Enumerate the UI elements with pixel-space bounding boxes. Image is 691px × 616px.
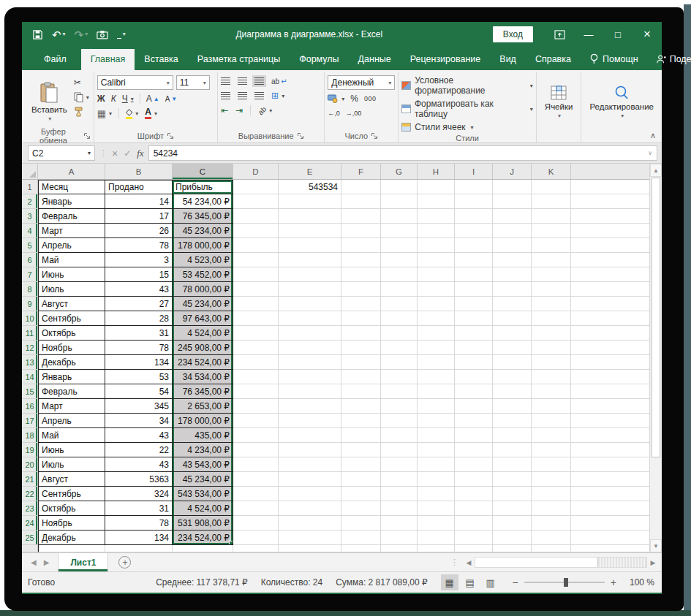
cell-J17[interactable] — [493, 414, 532, 428]
cell-A18[interactable]: Май — [38, 428, 105, 443]
column-header-H[interactable]: H — [418, 164, 455, 179]
cell-A22[interactable]: Сентябрь — [38, 487, 105, 501]
cell-K10[interactable] — [532, 311, 571, 326]
percent-style-button[interactable]: % — [350, 93, 358, 104]
cell-G3[interactable] — [381, 209, 418, 224]
cell-F8[interactable] — [341, 282, 381, 297]
cell-J11[interactable] — [493, 326, 532, 341]
cell-J1[interactable] — [493, 180, 532, 194]
cell-B9[interactable]: 27 — [105, 297, 173, 311]
font-size-combobox[interactable]: 11▾ — [176, 75, 210, 90]
status-average[interactable]: Среднее: 117 378,71 ₽ — [156, 577, 248, 588]
align-left-button[interactable] — [221, 90, 230, 102]
cell-G7[interactable] — [381, 267, 418, 282]
paste-dropdown-icon[interactable]: ▾ — [48, 115, 51, 122]
cell-F12[interactable] — [341, 341, 381, 355]
cell-D11[interactable] — [233, 326, 279, 341]
cell-E16[interactable] — [279, 399, 341, 414]
formula-input[interactable]: 54234∨ — [148, 145, 657, 161]
row-header-23[interactable]: 23 — [22, 501, 38, 516]
cell-K4[interactable] — [532, 224, 571, 238]
cell-J5[interactable] — [493, 238, 532, 253]
merge-dropdown-icon[interactable]: ▾ — [282, 93, 284, 99]
cell-E18[interactable] — [279, 428, 341, 443]
cell-J9[interactable] — [493, 297, 532, 311]
cell-F10[interactable] — [341, 311, 381, 326]
cell-F6[interactable] — [341, 253, 381, 267]
cell-B25[interactable]: 134 — [105, 531, 173, 545]
cell-K3[interactable] — [532, 209, 571, 224]
cell-I2[interactable] — [455, 194, 493, 209]
cell-I22[interactable] — [455, 487, 493, 501]
row-header-7[interactable]: 7 — [22, 267, 38, 282]
cell-G14[interactable] — [381, 370, 418, 384]
format-as-table-dropdown-icon[interactable]: ▾ — [530, 106, 533, 113]
underline-button[interactable]: Ч▾ — [122, 93, 134, 104]
cell-C9[interactable]: 45 234,00 ₽ — [173, 297, 233, 311]
status-sum[interactable]: Сумма: 2 817 089,00 ₽ — [336, 577, 427, 588]
row-header-8[interactable]: 8 — [22, 282, 38, 297]
cell-D9[interactable] — [233, 297, 279, 311]
column-header-I[interactable]: I — [455, 164, 493, 179]
cell-A17[interactable]: Апрель — [38, 414, 105, 428]
cell-J16[interactable] — [493, 399, 532, 414]
cell-F9[interactable] — [341, 297, 381, 311]
cell-K9[interactable] — [532, 297, 571, 311]
cell-H18[interactable] — [418, 428, 455, 443]
cell-E7[interactable] — [279, 267, 341, 282]
new-sheet-button[interactable]: + — [118, 556, 131, 569]
status-count[interactable]: Количество: 24 — [261, 577, 322, 588]
cell-G8[interactable] — [381, 282, 418, 297]
editing-dropdown-icon[interactable]: ▾ — [621, 113, 624, 119]
cell-D25[interactable] — [233, 531, 279, 545]
cell-H17[interactable] — [418, 414, 455, 428]
cell-K6[interactable] — [532, 253, 571, 267]
cell-D18[interactable] — [233, 428, 279, 443]
cell-B17[interactable]: 34 — [105, 414, 173, 428]
cell-E4[interactable] — [279, 224, 341, 238]
next-sheet-icon[interactable]: ▶ — [44, 558, 50, 566]
cell-F1[interactable] — [341, 180, 381, 194]
cell-H6[interactable] — [418, 253, 455, 267]
cell-H9[interactable] — [418, 297, 455, 311]
cell-E10[interactable] — [279, 311, 341, 326]
cell-I15[interactable] — [455, 384, 493, 399]
row-header-22[interactable]: 22 — [22, 487, 38, 501]
cell-K7[interactable] — [532, 267, 571, 282]
cell-F17[interactable] — [341, 414, 381, 428]
increase-decimal-button[interactable]: ←,0 — [328, 107, 340, 119]
cell-H24[interactable] — [418, 516, 455, 531]
font-dialog-launcher-icon[interactable] — [167, 132, 174, 140]
cell-C6[interactable]: 4 523,00 ₽ — [173, 253, 233, 267]
customize-qat-button[interactable]: ▾ — [117, 31, 126, 39]
cell-D12[interactable] — [233, 341, 279, 355]
align-right-button[interactable] — [254, 90, 264, 102]
cell-F13[interactable] — [341, 355, 381, 370]
scroll-up-icon[interactable]: ▲ — [650, 164, 662, 177]
decrease-indent-button[interactable]: ⇤ — [221, 104, 228, 116]
cell-I1[interactable] — [455, 180, 493, 194]
cell-B5[interactable]: 78 — [105, 238, 173, 253]
cell-A24[interactable]: Ноябрь — [38, 516, 105, 531]
cell-K15[interactable] — [532, 384, 571, 399]
cell-E21[interactable] — [279, 472, 341, 487]
comma-style-button[interactable]: 000 — [364, 93, 377, 104]
align-top-button[interactable] — [221, 75, 230, 87]
column-header-K[interactable]: K — [532, 164, 571, 179]
cell-H21[interactable] — [418, 472, 455, 487]
cell-A10[interactable]: Сентябрь — [38, 311, 105, 326]
page-layout-view-icon[interactable]: ▤ — [461, 574, 479, 590]
cell-C10[interactable]: 97 643,00 ₽ — [173, 311, 233, 326]
cell-K23[interactable] — [532, 501, 571, 516]
share-button[interactable]: Поделиться — [647, 49, 691, 70]
cell-H7[interactable] — [418, 267, 455, 282]
cell-D1[interactable] — [233, 180, 279, 194]
cell-C14[interactable]: 34 534,00 ₽ — [173, 370, 233, 384]
decrease-decimal-button[interactable]: →,00 — [346, 107, 362, 119]
wrap-text-button[interactable]: ab↵ — [271, 75, 287, 87]
name-box[interactable]: C2▾ — [28, 145, 95, 161]
cell-B3[interactable]: 17 — [105, 209, 173, 224]
cell-G19[interactable] — [381, 443, 418, 457]
scroll-down-icon[interactable]: ▼ — [650, 539, 662, 552]
scroll-right-icon[interactable]: ▶ — [647, 559, 659, 566]
